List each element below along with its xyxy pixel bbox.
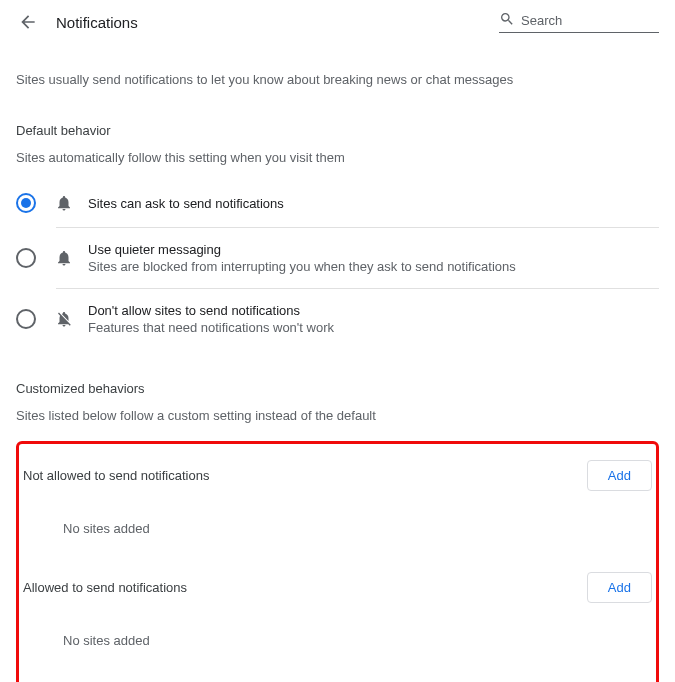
page-header: Notifications [0,0,675,42]
page-title: Notifications [56,14,138,31]
bell-icon [54,193,74,213]
search-field[interactable] [499,11,659,33]
blocked-empty-text: No sites added [23,497,652,566]
back-button[interactable] [16,10,40,34]
blocked-list-title: Not allowed to send notifications [23,468,209,483]
option-block-desc: Features that need notifications won't w… [88,320,334,335]
search-icon [499,11,515,30]
add-allowed-button[interactable]: Add [587,572,652,603]
allowed-empty-text: No sites added [23,609,652,678]
radio-quieter[interactable] [16,248,36,268]
option-quieter[interactable]: Use quieter messaging Sites are blocked … [16,228,659,288]
option-quieter-label: Use quieter messaging [88,242,516,257]
allowed-list-header: Allowed to send notifications Add [23,566,652,609]
allowed-list-title: Allowed to send notifications [23,580,187,595]
blocked-list-header: Not allowed to send notifications Add [23,454,652,497]
option-ask[interactable]: Sites can ask to send notifications [16,179,659,227]
customized-lists-highlight: Not allowed to send notifications Add No… [16,441,659,682]
default-behavior-title: Default behavior [16,123,659,138]
arrow-back-icon [18,12,38,32]
option-block[interactable]: Don't allow sites to send notifications … [16,289,659,349]
customized-title: Customized behaviors [16,381,659,396]
option-block-label: Don't allow sites to send notifications [88,303,334,318]
default-behavior-subtitle: Sites automatically follow this setting … [16,150,659,165]
option-quieter-desc: Sites are blocked from interrupting you … [88,259,516,274]
customized-subtitle: Sites listed below follow a custom setti… [16,408,659,423]
bell-icon [54,248,74,268]
bell-off-icon [54,309,74,329]
add-blocked-button[interactable]: Add [587,460,652,491]
radio-block[interactable] [16,309,36,329]
option-ask-label: Sites can ask to send notifications [88,196,284,211]
radio-ask[interactable] [16,193,36,213]
search-input[interactable] [521,13,659,28]
intro-text: Sites usually send notifications to let … [16,72,659,87]
